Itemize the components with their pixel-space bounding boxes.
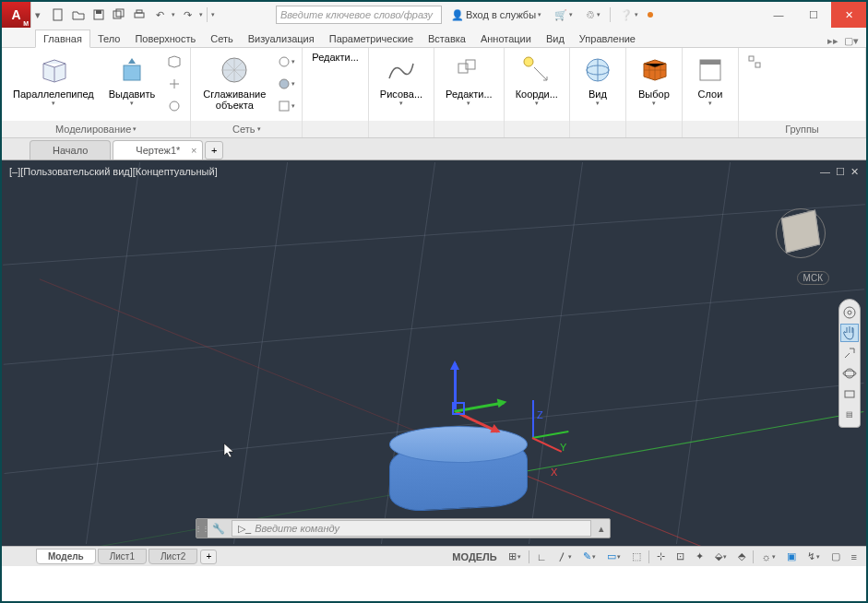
vp-maximize-icon[interactable]: ☐: [836, 166, 845, 178]
ribbon-tab-solid[interactable]: Тело: [90, 30, 128, 47]
ribbon-tab-surface[interactable]: Поверхность: [127, 30, 203, 47]
solidedit-label[interactable]: Редакти...: [308, 50, 363, 65]
panel-modeling-label: Моделирование: [55, 124, 131, 135]
layout-tab-sheet2[interactable]: Лист2: [149, 549, 197, 564]
person-icon: 👤: [451, 9, 464, 21]
layout-add-button[interactable]: +: [200, 550, 217, 564]
redo-dropdown[interactable]: ▾: [199, 11, 203, 18]
osnap-toggle-icon[interactable]: ▭▾: [603, 550, 624, 562]
viewcube[interactable]: [774, 205, 829, 260]
svg-point-22: [844, 307, 855, 318]
save-icon[interactable]: [90, 6, 107, 23]
ribbon-collapse-icon[interactable]: ▢▾: [844, 35, 859, 47]
help-icon[interactable]: ❔▾: [616, 9, 642, 21]
3d-object[interactable]: [389, 426, 528, 509]
command-line[interactable]: ⋮⋮ 🔧 ▷_Введите команду ▴: [196, 518, 611, 538]
ortho-toggle-icon[interactable]: 〳▾: [553, 551, 576, 562]
clean-screen-icon[interactable]: ▢: [827, 550, 844, 562]
mesh-refine-icon[interactable]: ▾: [276, 96, 296, 116]
zoom-icon[interactable]: [840, 344, 859, 362]
doc-tab-drawing1[interactable]: Чертеж1*×: [113, 140, 203, 160]
doc-new-button[interactable]: +: [205, 141, 223, 160]
ribbon-tab-parametric[interactable]: Параметрические: [322, 30, 421, 47]
showmotion-icon[interactable]: [840, 384, 859, 403]
signin-button[interactable]: 👤Вход в службы▾: [447, 9, 545, 21]
dynamic-input-icon[interactable]: ⊹: [653, 550, 669, 562]
hw-accel-icon[interactable]: ▣: [783, 550, 800, 562]
pan-icon[interactable]: [840, 324, 859, 342]
viewport-label[interactable]: [–][Пользовательский вид][Концептуальный…: [9, 166, 218, 177]
layers-button[interactable]: Слои▾: [688, 52, 732, 109]
command-input[interactable]: ▷_Введите команду: [232, 520, 591, 537]
view-icon: [581, 53, 614, 87]
cmd-settings-icon[interactable]: 🔧: [208, 523, 230, 535]
ribbon-tab-insert[interactable]: Вставка: [421, 30, 473, 47]
polar-toggle-icon[interactable]: ✎▾: [579, 550, 600, 562]
mesh-more-icon[interactable]: ▾: [276, 52, 296, 72]
app-logo[interactable]: A: [2, 2, 31, 28]
isolate-icon[interactable]: ↯▾: [803, 550, 824, 562]
layout-tab-sheet1[interactable]: Лист1: [98, 549, 147, 564]
cmd-drag-handle[interactable]: ⋮⋮: [196, 519, 208, 538]
selection-cycling-icon[interactable]: ⊡: [672, 550, 688, 562]
ribbon-tab-manage[interactable]: Управление: [572, 30, 643, 47]
layout-tab-model[interactable]: Модель: [36, 549, 96, 564]
print-icon[interactable]: [131, 6, 148, 23]
presspull-icon[interactable]: [164, 74, 184, 94]
ribbon-more-icon[interactable]: ▸▸: [827, 35, 838, 47]
doc-close-icon[interactable]: ×: [191, 145, 196, 156]
vp-close-icon[interactable]: ✕: [850, 166, 859, 178]
open-icon[interactable]: [70, 6, 87, 23]
steering-wheel-icon[interactable]: [840, 303, 859, 322]
ribbon-tab-visualize[interactable]: Визуализация: [241, 30, 322, 47]
orbit-icon[interactable]: [840, 364, 859, 383]
nav-more-icon[interactable]: ▤: [840, 405, 859, 423]
grid-toggle-icon[interactable]: ⊞▾: [505, 550, 525, 562]
ribbon-tab-view[interactable]: Вид: [539, 30, 572, 47]
redo-icon[interactable]: ↷: [179, 6, 196, 23]
exchange-icon[interactable]: 🛒▾: [551, 9, 577, 21]
modify-icon: [452, 53, 485, 87]
undo-dropdown[interactable]: ▾: [172, 11, 175, 18]
mesh-less-icon[interactable]: ▾: [276, 74, 296, 94]
customize-status-icon[interactable]: ≡: [848, 551, 861, 562]
close-button[interactable]: ✕: [831, 2, 866, 28]
annotation-icon[interactable]: ⬘: [734, 550, 749, 562]
wcs-label[interactable]: МСК: [797, 271, 829, 285]
snap-toggle-icon[interactable]: ∟: [533, 551, 551, 562]
group-icon[interactable]: [744, 52, 765, 72]
filter-icon[interactable]: ⬙▾: [711, 550, 731, 562]
model-space-button[interactable]: МОДЕЛЬ: [448, 551, 500, 562]
viewport[interactable]: Z Y X [–][Пользовательский вид][Концепту…: [2, 160, 866, 546]
vp-minimize-icon[interactable]: —: [820, 166, 830, 178]
smooth-button[interactable]: Сглаживание объекта: [196, 52, 272, 112]
maximize-button[interactable]: ☐: [796, 2, 831, 28]
undo-icon[interactable]: ↶: [151, 6, 168, 23]
new-icon[interactable]: [50, 6, 66, 23]
modify-button[interactable]: Редакти...▾: [440, 52, 498, 109]
workspace-icon[interactable]: ☼▾: [757, 551, 779, 562]
draw-button[interactable]: Рисова...▾: [375, 52, 428, 109]
polysolid-icon[interactable]: [164, 52, 184, 72]
coordinates-button[interactable]: Коорди...▾: [510, 52, 564, 109]
revolve-icon[interactable]: [164, 96, 184, 116]
view-button[interactable]: Вид▾: [576, 52, 620, 109]
app-menu-arrow[interactable]: ▾: [31, 9, 44, 21]
doc-tab-start[interactable]: Начало: [30, 140, 111, 160]
gizmo-toggle-icon[interactable]: ✦: [692, 550, 707, 562]
qat-customize[interactable]: ▾: [211, 11, 215, 18]
app-store-icon[interactable]: ♲▾: [582, 9, 604, 21]
ribbon-tab-mesh[interactable]: Сеть: [203, 30, 240, 47]
saveas-icon[interactable]: [111, 6, 127, 23]
ribbon-tab-home[interactable]: Главная: [35, 30, 90, 48]
3dosnap-icon[interactable]: ⬚: [628, 550, 645, 562]
minimize-button[interactable]: —: [761, 2, 796, 28]
search-input[interactable]: Введите ключевое слово/фразу: [276, 6, 442, 24]
cmd-history-icon[interactable]: ▴: [593, 523, 610, 535]
ribbon-tab-annotate[interactable]: Аннотации: [473, 30, 539, 47]
extrude-button[interactable]: Выдавить▾: [103, 52, 161, 109]
y-label: Y: [560, 442, 566, 453]
selection-button[interactable]: Выбор▾: [632, 52, 676, 109]
gizmo-origin[interactable]: [452, 402, 465, 415]
box-button[interactable]: Параллелепипед▾: [7, 52, 100, 109]
